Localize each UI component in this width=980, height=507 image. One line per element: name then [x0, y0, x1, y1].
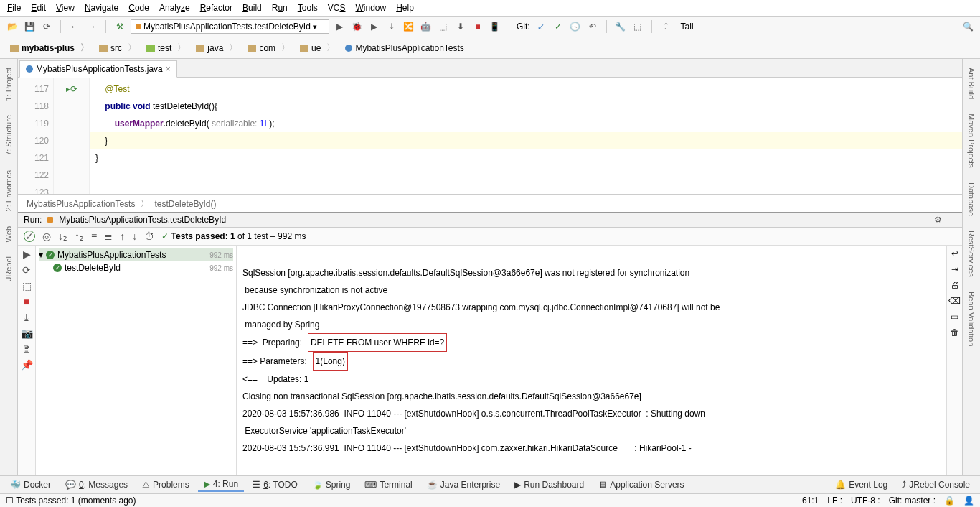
jrebel-icon[interactable]: ⤴ [659, 20, 672, 33]
menu-file[interactable]: File [7, 3, 21, 13]
tab-terminal[interactable]: ⌨ Terminal [359, 478, 418, 491]
open-icon[interactable]: 📂 [6, 20, 19, 33]
test-tree-item[interactable]: ✓ testDeleteById 992 ms [39, 261, 233, 274]
side-jrebel[interactable]: JRebel [4, 252, 13, 285]
rerun-icon[interactable]: ▶ [23, 248, 31, 260]
menu-code[interactable]: Code [128, 3, 149, 13]
bc-root[interactable]: mybatis-plus [6, 40, 95, 55]
show-passed-icon[interactable]: ✓ [24, 231, 35, 242]
side-rest[interactable]: RestServices [967, 226, 976, 282]
tab-docker[interactable]: 🐳 Docker [4, 478, 57, 491]
search-icon[interactable]: 🔍 [961, 20, 974, 33]
menu-vcs[interactable]: VCS [328, 3, 346, 13]
refresh-icon[interactable]: ⟳ [40, 20, 53, 33]
export-icon[interactable]: 🗎 [22, 343, 32, 355]
pin-icon[interactable]: ⬚ [22, 280, 32, 292]
bc-java[interactable]: java [192, 40, 243, 55]
status-encoding[interactable]: UTF-8 : [851, 496, 880, 506]
menu-edit[interactable]: Edit [31, 3, 46, 13]
status-line-sep[interactable]: LF : [827, 496, 842, 506]
side-web[interactable]: Web [4, 222, 13, 246]
tab-java-ee[interactable]: ☕ Java Enterprise [421, 478, 506, 491]
menu-view[interactable]: View [56, 3, 75, 13]
file-tab[interactable]: MybatisPlusApplicationTests.java × [19, 60, 177, 78]
prev-icon[interactable]: ↑ [120, 231, 125, 242]
build-icon[interactable]: ⚒ [113, 20, 126, 33]
test-tree[interactable]: ▾✓ MybatisPlusApplicationTests 992 ms ✓ … [36, 246, 237, 475]
debug-icon[interactable]: 🐞 [351, 20, 364, 33]
profile-icon[interactable]: ⤓ [385, 20, 398, 33]
git-update-icon[interactable]: ↙ [534, 20, 547, 33]
show-ignored-icon[interactable]: ◎ [42, 231, 51, 242]
tab-jrebel-console[interactable]: ⤴ JRebel Console [896, 478, 976, 491]
settings-icon[interactable]: ⚙ [934, 215, 942, 225]
save-icon[interactable]: 💾 [23, 20, 36, 33]
menu-build[interactable]: Build [242, 3, 262, 13]
attach-icon[interactable]: 🔀 [402, 20, 415, 33]
settings-icon[interactable]: 🔧 [614, 20, 627, 33]
code-editor[interactable]: @Test public void testDeleteById(){ user… [90, 78, 962, 194]
run-config-dropdown[interactable]: MybatisPlusApplicationTests.testDeleteBy… [131, 19, 329, 34]
side-database[interactable]: Database [967, 178, 976, 220]
test-tree-root[interactable]: ▾✓ MybatisPlusApplicationTests 992 ms [39, 248, 233, 261]
trash-icon[interactable]: 🗑 [951, 327, 959, 338]
git-commit-icon[interactable]: ✓ [552, 20, 565, 33]
back-icon[interactable]: ← [68, 20, 81, 33]
collapse-icon[interactable]: ≣ [104, 231, 113, 242]
bc-class[interactable]: MybatisPlusApplicationTests [341, 42, 475, 55]
soft-wrap-icon[interactable]: ↩ [951, 248, 958, 259]
side-structure[interactable]: 7: Structure [4, 111, 13, 160]
tab-spring[interactable]: 🍃 Spring [306, 478, 357, 491]
clear-icon[interactable]: ⌫ [948, 296, 961, 306]
avd-icon[interactable]: ⬚ [437, 20, 450, 33]
toggle-auto-icon[interactable]: ⟳ [22, 264, 31, 276]
bc-ue[interactable]: ue [296, 40, 341, 55]
git-revert-icon[interactable]: ↶ [586, 20, 599, 33]
tail-label[interactable]: Tail [681, 22, 694, 32]
sort-down-icon[interactable]: ↓₂ [58, 231, 67, 242]
tab-run[interactable]: ▶ 4: Run [198, 478, 244, 492]
side-maven[interactable]: Maven Projects [967, 109, 976, 172]
side-ant[interactable]: Ant Build [967, 63, 976, 103]
stop-icon[interactable]: ■ [471, 20, 484, 33]
next-icon[interactable]: ↓ [132, 231, 137, 242]
bc-com[interactable]: com [243, 40, 296, 55]
menu-refactor[interactable]: Refactor [200, 3, 232, 13]
forward-icon[interactable]: → [85, 20, 98, 33]
git-history-icon[interactable]: 🕓 [569, 20, 582, 33]
close-icon[interactable]: × [166, 64, 171, 74]
tab-run-dashboard[interactable]: ▶ Run Dashboard [509, 478, 590, 491]
side-favorites[interactable]: 2: Favorites [4, 166, 13, 215]
history-icon[interactable]: ⏱ [144, 231, 154, 242]
tab-app-servers[interactable]: 🖥 Application Servers [593, 478, 689, 491]
sdk-icon[interactable]: ⬇ [454, 20, 467, 33]
lock-icon[interactable]: 🔒 [944, 496, 955, 506]
structure-icon[interactable]: ⬚ [631, 20, 644, 33]
side-bean[interactable]: Bean Validation [967, 287, 976, 350]
print-icon[interactable]: 🖨 [951, 280, 959, 290]
memory-icon[interactable]: 👤 [963, 496, 974, 506]
tab-event-log[interactable]: 🔔 Event Log [829, 478, 893, 491]
hide-icon[interactable]: — [948, 215, 956, 225]
menu-window[interactable]: Window [355, 3, 386, 13]
run-gutter-icon[interactable]: ▸⟳ [54, 80, 89, 98]
sort-up-icon[interactable]: ↑₂ [75, 231, 84, 242]
bc-src[interactable]: src [95, 40, 142, 55]
screenshot-icon[interactable]: 📷 [21, 327, 33, 339]
menu-navigate[interactable]: Navigate [85, 3, 118, 13]
bc-test[interactable]: test [142, 40, 192, 55]
coverage-icon[interactable]: ▶ [368, 20, 381, 33]
menu-tools[interactable]: Tools [298, 3, 318, 13]
run-icon[interactable]: ▶ [334, 20, 347, 33]
side-project[interactable]: 1: Project [4, 63, 13, 105]
dump-icon[interactable]: ⤓ [22, 312, 31, 323]
android-icon[interactable]: 🤖 [420, 20, 433, 33]
expand-icon[interactable]: ≡ [91, 231, 97, 242]
status-git[interactable]: Git: master : [889, 496, 936, 506]
scroll-end-icon[interactable]: ⇥ [951, 264, 958, 274]
more-icon[interactable]: 📌 [21, 359, 33, 371]
menu-help[interactable]: Help [396, 3, 414, 13]
menu-analyze[interactable]: Analyze [159, 3, 190, 13]
filter-icon[interactable]: ▭ [951, 312, 958, 322]
stop-icon[interactable]: ■ [24, 296, 29, 307]
